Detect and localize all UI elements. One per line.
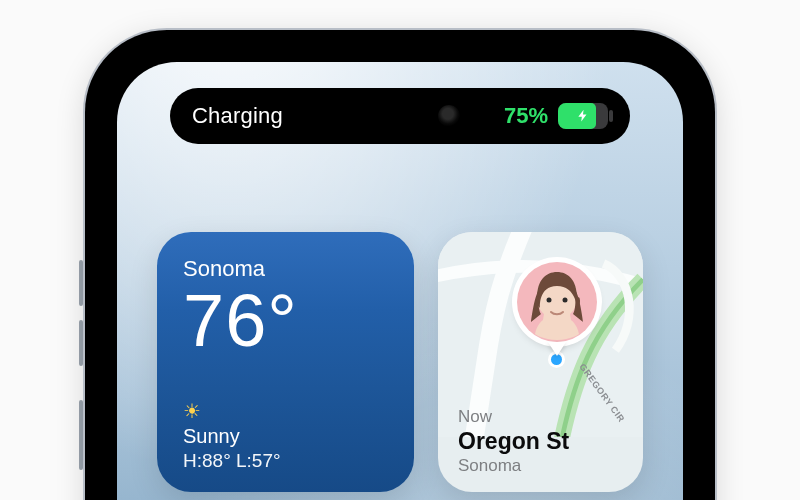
svg-point-1 [546, 298, 551, 303]
findmy-locality: Sonoma [458, 456, 569, 476]
findmy-place: Oregon St [458, 428, 569, 455]
findmy-labels: Now Oregon St Sonoma [458, 407, 569, 476]
weather-temperature: 76° [183, 284, 388, 358]
phone-screen: Charging 75% Sonoma 76° [117, 62, 683, 500]
battery-readout: 75% [504, 103, 608, 129]
weather-condition: Sunny [183, 425, 281, 448]
avatar [517, 262, 597, 342]
stage: Charging 75% Sonoma 76° [0, 0, 800, 500]
widgets-row: Sonoma 76° ☀︎ Sunny H:88° L:57° [157, 232, 643, 492]
contact-pin[interactable] [517, 262, 597, 365]
side-button [79, 320, 83, 366]
battery-percent: 75% [504, 103, 548, 129]
dynamic-island[interactable]: Charging 75% [170, 88, 630, 144]
phone-body: Charging 75% Sonoma 76° [85, 30, 715, 500]
battery-icon [558, 103, 608, 129]
findmy-widget[interactable]: GREGORY CIR [438, 232, 643, 492]
side-button [79, 400, 83, 470]
memoji-icon [517, 262, 597, 342]
charging-label: Charging [192, 103, 283, 129]
side-button [79, 260, 83, 306]
charging-bolt-icon [576, 107, 590, 125]
weather-widget[interactable]: Sonoma 76° ☀︎ Sunny H:88° L:57° [157, 232, 414, 492]
front-camera-icon [438, 105, 460, 127]
pin-point-icon [548, 342, 566, 356]
sun-icon: ☀︎ [183, 399, 281, 423]
phone-bezel: Charging 75% Sonoma 76° [93, 38, 707, 500]
svg-point-2 [562, 298, 567, 303]
findmy-time-label: Now [458, 407, 569, 427]
weather-high-low: H:88° L:57° [183, 450, 281, 472]
